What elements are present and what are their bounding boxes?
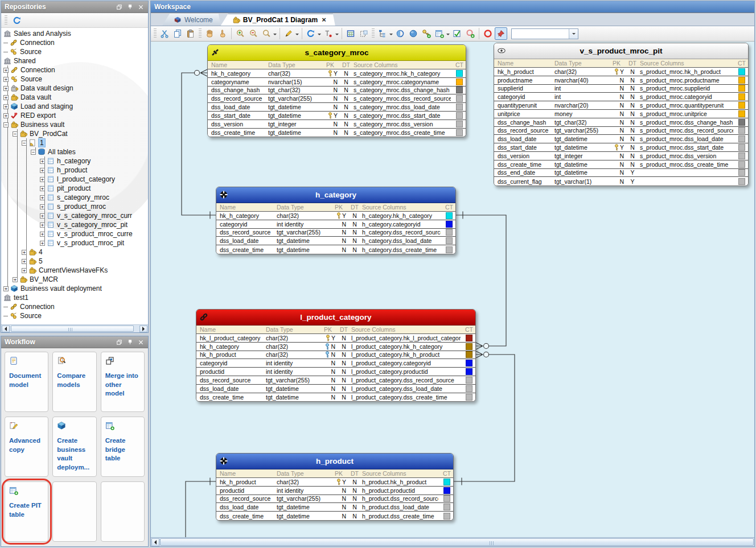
workflow-card-create-business-vault-deploym[interactable]: Create business vault deploym... [52,417,96,477]
tree-item-h-product[interactable]: +h_product [1,166,148,175]
relationship-button[interactable] [322,27,335,40]
tree-item-label[interactable]: 5 [39,257,43,265]
tree-item-label[interactable]: test1 [14,294,28,302]
expand-icon[interactable]: + [3,113,9,118]
tree-item-label[interactable]: Business vault deployment [20,285,102,292]
tree-item-label[interactable]: Connection [20,66,55,74]
column-row-productid[interactable]: productidint identityNNh_product.product… [216,487,453,495]
tab-welcome[interactable]: Welcome [162,14,221,26]
expand-icon[interactable]: + [3,77,9,82]
tree-item-currentviewshavefks[interactable]: +CurrentViewsHaveFKs [1,266,148,275]
tree-item-label[interactable]: v_s_category_mroc_pit [57,221,128,229]
workflow-card-document-model[interactable]: Document model [5,352,48,412]
tree-item-label[interactable]: s_product_mroc [57,203,106,211]
validate-button[interactable] [451,27,463,40]
tree-item-connection[interactable]: Connection [1,38,148,47]
tree-item-label[interactable]: BV_ProdCat [30,130,68,138]
entity-s_category_mroc[interactable]: s_category_mrocNameData TypePKDTSource C… [207,44,466,137]
tree-item-load-and-staging[interactable]: +Load and staging [1,102,148,111]
workflow-card-create-pit-table[interactable]: Create PIT table [5,481,48,542]
tree-item-v-s-product-mroc-pit[interactable]: +v_s_product_mroc_pit [1,238,148,248]
tree-item-source[interactable]: Source [1,47,148,56]
tree-item-label[interactable]: h_product [57,166,87,174]
tree-item-pit-product[interactable]: +pit_product [1,184,148,193]
expand-icon[interactable]: + [40,195,45,200]
column-row-dss_version[interactable]: dss_versiontgt_integerNNs_product_mroc.d… [494,152,748,160]
float-window-icon[interactable] [115,3,123,11]
refresh-button[interactable] [11,14,23,27]
tree-item-label[interactable]: 4 [39,248,43,256]
column-row-dss_record_source[interactable]: dss_record_sourcetgt_varchar(255)NNl_pro… [196,376,475,385]
expand-icon[interactable]: + [22,250,27,255]
column-row-hk_l_product_category[interactable]: hk_l_product_categorychar(32)YNl_product… [196,334,475,343]
column-row-dss_record_source[interactable]: dss_record_sourcetgt_varchar(255)NNh_cat… [216,229,455,237]
entity-h_category[interactable]: h_categoryNameData TypePKDTSource Column… [216,187,456,254]
tree-item-label[interactable]: CurrentViewsHaveFKs [39,266,108,274]
workflow-card-create-bridge-table[interactable]: Create bridge table [101,417,145,477]
tree-item-v-s-product-mroc-curre[interactable]: +v_s_product_mroc_curre [1,229,148,238]
tree-item-label[interactable]: s_category_mroc [57,193,109,201]
tree-item-label[interactable]: Source [20,312,42,320]
tree-item-label[interactable]: All tables [48,148,76,156]
tree-item-label[interactable]: Connection [20,39,55,47]
scroll-left-icon[interactable] [2,325,10,332]
workflow-card-advanced-copy[interactable]: Advanced copy [5,417,48,477]
tree-item-label[interactable]: Data vault design [20,84,73,92]
tree-item-label[interactable]: Business vault [20,121,64,129]
layout-tree-button[interactable] [376,27,389,40]
column-row-dss_record_source[interactable]: dss_record_sourcetgt_varchar(255)NNh_pro… [216,495,453,504]
select-hand-button[interactable] [216,27,229,40]
column-row-dss_current_flag[interactable]: dss_current_flagtgt_varchar(1)NY [494,177,748,186]
circle-add-button[interactable] [464,27,476,40]
tree-item-label[interactable]: Source [20,75,42,83]
column-row-hk_h_category[interactable]: hk_h_categorychar(32)YNs_category_mroc.h… [208,69,466,78]
tree-item-data-vault[interactable]: +Data vault [1,93,148,102]
tree-item-label[interactable]: v_s_product_mroc_pit [57,239,124,247]
close-panel-icon[interactable] [137,3,145,11]
expand-icon[interactable]: + [3,286,9,291]
workflow-card-merge-into-other-model[interactable]: Merge into other model [101,352,145,412]
column-row-productid[interactable]: productidint identityNNl_product_categor… [196,368,475,376]
tree-item-test1[interactable]: test1 [1,293,148,302]
column-row-hk_h_category[interactable]: hk_h_categorychar(32)NNl_product_categor… [196,343,475,351]
tab-bv-prodcat-1-diagram[interactable]: BV_ProdCat 1 Diagram × [221,14,335,26]
refresh-button[interactable] [305,27,317,40]
tree-item-shared[interactable]: Shared [1,56,148,65]
venn-button[interactable] [394,27,406,40]
tree-item-l-product-category[interactable]: +l_product_category [1,175,148,184]
column-row-supplierid[interactable]: supplieridintNNs_product_mroc.supplierid [494,85,748,93]
collapse-icon[interactable]: − [31,150,36,155]
column-row-dss_record_source[interactable]: dss_record_sourcetgt_varchar(255)NNs_pro… [494,127,748,135]
zoom-button[interactable] [260,27,273,40]
tree-item-label[interactable]: Data vault [20,93,51,101]
collapse-icon[interactable]: − [22,141,27,146]
tree-item-all-tables[interactable]: −All tables [1,147,148,156]
paste-button[interactable] [184,27,197,40]
tree-item-label[interactable]: Shared [14,57,36,65]
tree-item-source[interactable]: Source [1,311,148,320]
tree-item-label[interactable]: l_product_category [57,175,115,183]
tree-item-label[interactable]: Load and staging [20,102,73,110]
tree-item-label[interactable]: v_s_product_mroc_curre [57,230,133,238]
tree-item-business-vault[interactable]: −Business vault [1,120,148,129]
column-row-categoryid[interactable]: categoryidintNNs_product_mroc.categoryid [494,93,748,101]
expand-icon[interactable]: + [3,104,9,109]
tree-item-business-vault-deployment[interactable]: +Business vault deployment [1,284,148,293]
expand-icon[interactable]: + [40,241,45,246]
pin-panel-icon[interactable] [126,338,134,346]
sphere-button[interactable] [407,27,420,40]
tree-item-connection[interactable]: Connection [1,302,148,311]
column-row-productname[interactable]: productnamenvarchar(40)NNs_product_mroc.… [494,76,748,85]
chevron-down-icon[interactable] [389,34,393,37]
tree-item-connection[interactable]: +Connection [1,65,148,75]
workflow-card-compare-models[interactable]: Compare models [52,352,96,412]
expand-icon[interactable]: + [40,177,45,182]
expand-icon[interactable]: + [40,223,45,228]
column-row-hk_h_product[interactable]: hk_h_productchar(32)NNl_product_category… [196,351,475,360]
column-row-dss_end_date[interactable]: dss_end_datetgt_datetimeNY [494,169,748,178]
chevron-down-icon[interactable] [335,34,339,37]
expand-icon[interactable]: + [3,68,9,73]
chevron-down-icon[interactable] [273,34,277,37]
chevron-down-icon[interactable] [446,34,450,37]
column-row-categoryid[interactable]: categoryidint identityNNl_product_catego… [196,359,475,368]
